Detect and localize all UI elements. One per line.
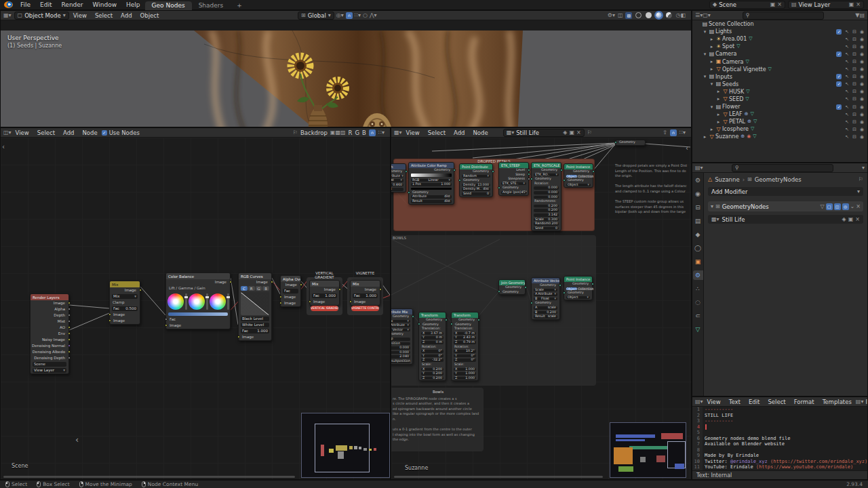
expand-arrow-icon[interactable]: ▾ [709,104,715,110]
socket-out[interactable] [492,170,494,173]
outliner-row-lights[interactable]: ▾▤Lights✓↖⊟◉ [692,28,867,35]
channel-g[interactable]: G [355,129,359,136]
color-wheels[interactable] [167,292,229,311]
node-row-out[interactable]: Geometry [532,168,561,173]
vgrad-group-node[interactable]: VERTICAL GRADIENT [309,305,340,311]
transform-node-1[interactable]: TransformGeometryGeometryTranslation:X3.… [418,312,446,381]
scene-selector[interactable]: ◆ Scene ▣ × [709,1,785,9]
node-row-in[interactable]: Geometry [564,291,592,296]
dropdown-field[interactable]: Attribute▾ [391,175,403,178]
outliner-row-flower[interactable]: ▾▤Flower✓↖⊟◉ [692,103,867,110]
value-field[interactable]: 0.000 [534,191,559,195]
expand-arrow-icon[interactable]: ▸ [709,127,715,132]
hide-viewport-toggle-icon[interactable]: ⊟ [852,134,856,140]
properties-tab-tool[interactable]: ⚙ [693,176,703,185]
exclude-checkbox[interactable]: ✓ [836,104,842,110]
unlink-icon[interactable]: × [855,217,860,222]
selectable-toggle-icon[interactable]: ↖ [845,134,849,140]
socket-in[interactable] [279,296,282,298]
socket-out[interactable] [338,288,341,291]
properties-tab-scene[interactable]: ◆ [693,230,703,239]
editor-type-icon[interactable]: ▤▾ [695,399,703,405]
menu-view[interactable]: View [402,129,424,136]
socket-out[interactable] [405,170,408,173]
breadcrumb-modifier[interactable]: GeometryNodes [755,176,802,183]
hide-render-toggle-icon[interactable]: ◉ [860,66,864,72]
dropdown-field[interactable]: Object▾ [566,296,590,300]
backdrop-zoom-icons[interactable]: ▣▩▨ [330,130,346,136]
socket-out[interactable] [528,178,530,180]
selectable-toggle-icon[interactable]: ↖ [845,112,849,117]
value-field[interactable]: position [391,342,410,346]
dropdown-field[interactable]: BVector▾ [391,329,410,332]
value-field[interactable]: dsp [391,338,410,341]
value-field[interactable]: 0.200 [534,209,559,212]
workspace-tab-shaders[interactable]: Shaders [192,1,231,10]
node-row-out[interactable]: Image [351,287,380,293]
option-button[interactable]: G [256,286,262,291]
menu-node[interactable]: Node [469,129,492,136]
properties-tab-constraints[interactable]: ⊂ [693,311,703,321]
transform-node-2[interactable]: TransformGeometryGeometryTranslation:X-0… [451,312,479,381]
properties-tab-view-layer[interactable]: ▤ [693,216,703,226]
outliner-row-inputs[interactable]: ▾▤Inputs✓↖⊟◉ [692,73,867,81]
node-row-field[interactable]: Scene [31,361,68,367]
menu-edit[interactable]: Edit [35,1,56,8]
hide-render-toggle-icon[interactable]: ◉ [860,134,864,140]
button-row[interactable]: ObjectCollection [566,287,590,291]
transform-orientation[interactable]: ⊞ Global▾ [298,12,334,20]
node-row-field[interactable]: 0.000 [532,195,561,200]
node-header[interactable]: RGB Curves [239,273,271,279]
value-field[interactable]: Z0.79 m [454,341,476,344]
hide-render-toggle-icon[interactable]: ◉ [860,104,864,110]
value-field[interactable]: Z1.000 [454,377,476,380]
value-field[interactable]: Ascale [534,306,557,310]
editor-type-icon[interactable]: ◫▾ [3,130,12,136]
value-field[interactable]: 0.000 [534,196,559,199]
node-header[interactable]: Color Balance [166,273,230,279]
node-row-field[interactable]: X-0.7 m [452,331,478,336]
node-header[interactable]: Mix [310,281,339,287]
render-layers-node[interactable]: Render LayersImageAlphaDepthMistAOEnvNoi… [30,293,69,374]
value-field[interactable]: Y0° [421,354,443,358]
node-row-field[interactable]: Density M..dist [460,187,492,192]
socket-out[interactable] [229,281,232,283]
collapsed-geometry-node[interactable]: Geometry [615,140,646,146]
node-row-field[interactable]: 0.000 [391,346,412,350]
value-field[interactable]: Resultscale [534,315,557,319]
dropdown-field[interactable]: Mix▾ [112,294,138,299]
socket-out[interactable] [560,169,563,171]
node-row-field[interactable]: Fac [281,288,300,294]
snap-magnet-icon[interactable]: ∩ [369,129,376,136]
copy-icon[interactable]: ▣ [849,2,854,7]
value-field[interactable]: dist [391,188,403,191]
text-line[interactable]: 7Available on Blender website [692,441,867,447]
properties-tab-render[interactable]: ◉ [693,189,703,199]
menu-edit[interactable]: Edit [745,399,764,405]
node-row-in[interactable]: Image [351,299,380,305]
socket-in[interactable] [418,323,420,325]
value-field[interactable]: Z0.200 [421,377,443,380]
node-row-out[interactable]: Geometry [391,314,412,319]
close-icon[interactable]: × [576,130,581,136]
socket-out[interactable] [68,357,71,359]
outliner-row-suzanne[interactable]: ▸▽Suzanne⊕◉▽↖⊟◉ [692,133,867,140]
hide-render-toggle-icon[interactable]: ◉ [860,29,864,35]
text-line[interactable]: 9Made by By Erindale [692,453,867,459]
node-row-out[interactable]: Denoising Depth [31,355,68,361]
workspace-tab-geo-nodes[interactable]: Geo Nodes [145,1,192,10]
node-row-out[interactable]: Image [110,287,140,293]
expand-arrow-icon[interactable]: ▸ [715,119,722,125]
filter-icon[interactable]: ▽ [820,204,824,209]
bar-widget[interactable] [168,312,228,316]
selectable-toggle-icon[interactable]: ↖ [845,66,849,72]
socket-out[interactable] [68,344,71,347]
outliner-row-petal[interactable]: ▸▽PETAL⊕▽↖⊟◉ [692,118,867,125]
menu-view[interactable]: View [12,129,33,136]
node-row-curve[interactable] [239,291,271,316]
outliner-row-icosphere[interactable]: ▸▽Icosphere▽↖⊟◉ [692,125,867,133]
collapse-arrow-icon[interactable]: ‹ [2,143,5,150]
add-workspace-button[interactable]: + [230,1,249,10]
menu-templates[interactable]: Templates [818,399,856,405]
dropdown-field[interactable]: View Layer▾ [33,368,66,373]
